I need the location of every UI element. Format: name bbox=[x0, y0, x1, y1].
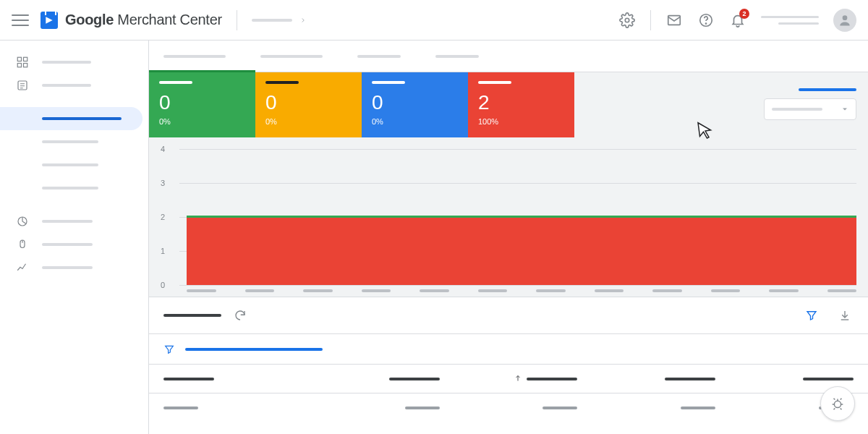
nav-item[interactable] bbox=[0, 256, 148, 279]
nav-item[interactable] bbox=[0, 210, 148, 233]
stat-card-green[interactable]: 0 0% bbox=[149, 72, 255, 137]
card-value: 0 bbox=[265, 93, 352, 113]
svg-point-3 bbox=[705, 23, 706, 24]
refresh-icon[interactable] bbox=[231, 307, 249, 324]
brand-google: Google bbox=[65, 12, 114, 27]
nav-subitem-active[interactable] bbox=[0, 107, 142, 130]
table-header bbox=[149, 365, 868, 393]
chart-gridline bbox=[179, 149, 856, 150]
main-content: 0 0% 0 0% 0 0% 2 100% bbox=[149, 41, 868, 434]
card-value: 0 bbox=[159, 93, 245, 113]
nav-label bbox=[42, 84, 91, 87]
card-label bbox=[478, 81, 511, 84]
cell bbox=[302, 407, 440, 409]
chart-x-tick bbox=[187, 289, 216, 292]
svg-rect-8 bbox=[24, 64, 27, 67]
separator bbox=[237, 10, 237, 30]
chart-y-tick: 3 bbox=[161, 179, 165, 187]
column-header[interactable] bbox=[163, 378, 302, 380]
trend-icon bbox=[16, 261, 29, 274]
stat-card-yellow[interactable]: 0 0% bbox=[255, 72, 362, 137]
tab-label bbox=[357, 55, 401, 58]
tab[interactable] bbox=[260, 41, 323, 72]
avatar[interactable] bbox=[833, 9, 856, 32]
mouse-icon bbox=[16, 238, 29, 251]
add-filter-link[interactable] bbox=[185, 348, 323, 351]
sidebar bbox=[0, 41, 149, 434]
notifications-icon[interactable]: 2 bbox=[729, 12, 746, 29]
tab-label bbox=[260, 55, 323, 58]
card-label bbox=[159, 81, 192, 84]
nav-subitem[interactable] bbox=[0, 153, 148, 176]
filter-icon[interactable] bbox=[803, 307, 820, 324]
bug-icon bbox=[830, 396, 846, 412]
column-header[interactable] bbox=[577, 378, 715, 380]
help-icon[interactable] bbox=[697, 12, 715, 29]
account-switcher[interactable] bbox=[761, 16, 819, 25]
date-range-link[interactable] bbox=[799, 88, 856, 91]
tab-label bbox=[163, 55, 226, 58]
mail-icon[interactable] bbox=[665, 12, 683, 29]
cell bbox=[163, 407, 302, 409]
account-name bbox=[761, 16, 819, 18]
pie-icon bbox=[16, 215, 29, 228]
chart-x-tick bbox=[478, 289, 508, 292]
dropdown-value bbox=[772, 108, 822, 111]
download-icon[interactable] bbox=[836, 307, 854, 324]
nav-subitem[interactable] bbox=[0, 130, 148, 153]
nav-label bbox=[42, 187, 98, 190]
table-toolbar bbox=[149, 297, 868, 334]
breadcrumb[interactable] bbox=[252, 17, 307, 24]
breadcrumb-item[interactable] bbox=[252, 19, 292, 22]
cell bbox=[577, 407, 715, 409]
chart-y-tick: 1 bbox=[161, 247, 165, 255]
settings-icon[interactable] bbox=[618, 12, 636, 29]
dashboard-area: 0 0% 0 0% 0 0% 2 100% bbox=[149, 72, 868, 297]
chart-x-tick bbox=[420, 289, 449, 292]
table-row[interactable] bbox=[149, 393, 868, 422]
tab[interactable] bbox=[163, 41, 226, 72]
nav-label bbox=[42, 61, 91, 64]
column-header[interactable] bbox=[715, 378, 854, 380]
svg-point-4 bbox=[843, 15, 848, 20]
brand-product: Merchant Center bbox=[117, 12, 221, 27]
app-bar: Google Merchant Center 2 bbox=[0, 0, 868, 41]
chart-y-tick: 0 bbox=[161, 281, 165, 289]
filter-bar bbox=[149, 334, 868, 365]
chart-x-tick bbox=[303, 289, 333, 292]
chart-y-tick: 2 bbox=[161, 213, 165, 221]
svg-point-12 bbox=[834, 401, 841, 407]
chart-x-tick bbox=[652, 289, 682, 292]
nav-label bbox=[42, 140, 98, 143]
nav-subitem[interactable] bbox=[0, 176, 148, 200]
chart-x-tick bbox=[711, 289, 741, 292]
feedback-fab[interactable] bbox=[820, 386, 855, 421]
chart-x-tick bbox=[245, 289, 275, 292]
stat-card-blue[interactable]: 0 0% bbox=[362, 72, 468, 137]
column-header[interactable] bbox=[302, 378, 440, 380]
nav-label bbox=[42, 117, 122, 120]
filter-icon[interactable] bbox=[163, 344, 175, 355]
cell bbox=[440, 407, 578, 409]
tab-label bbox=[435, 55, 479, 58]
dashboard-icon bbox=[16, 56, 29, 69]
menu-icon[interactable] bbox=[12, 12, 29, 29]
column-header-sorted[interactable] bbox=[440, 373, 578, 386]
nav-item[interactable] bbox=[0, 74, 148, 97]
chart-gridline bbox=[179, 183, 856, 184]
nav-item[interactable] bbox=[0, 233, 148, 256]
chart-y-tick: 4 bbox=[161, 145, 165, 153]
stat-card-red[interactable]: 2 100% bbox=[468, 72, 574, 137]
account-id bbox=[778, 22, 819, 25]
tab[interactable] bbox=[435, 41, 479, 72]
chart-x-axis bbox=[187, 289, 856, 292]
separator bbox=[650, 10, 651, 30]
toolbar-title bbox=[163, 314, 221, 317]
nav-item[interactable] bbox=[0, 51, 148, 74]
chart-x-tick bbox=[827, 289, 857, 292]
date-range-dropdown[interactable] bbox=[764, 98, 856, 120]
svg-point-0 bbox=[625, 18, 629, 22]
chart: 01234 bbox=[149, 137, 868, 297]
notification-badge: 2 bbox=[739, 9, 749, 19]
tab[interactable] bbox=[357, 41, 401, 72]
